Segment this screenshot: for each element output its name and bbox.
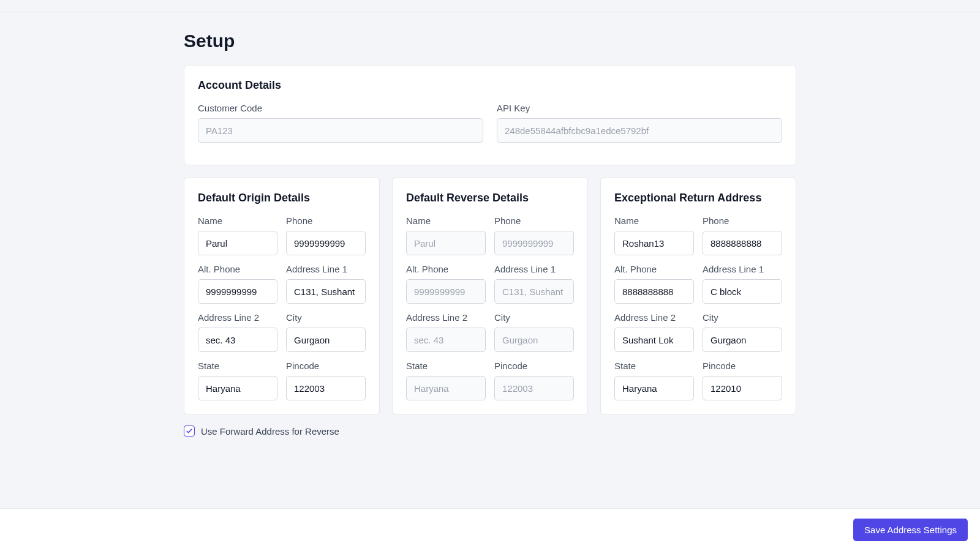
reverse-details-card: Default Reverse Details Name Phone Alt. … <box>392 178 588 414</box>
reverse-name-input <box>406 231 486 255</box>
exception-state-label: State <box>614 361 694 371</box>
exception-city-input[interactable] <box>703 328 782 352</box>
reverse-phone-input <box>494 231 574 255</box>
exception-pincode-input[interactable] <box>703 376 782 400</box>
exception-addr2-input[interactable] <box>614 328 694 352</box>
origin-phone-label: Phone <box>286 216 366 226</box>
exception-return-title: Exceptional Return Address <box>614 192 782 204</box>
origin-alt-phone-input[interactable] <box>198 279 277 304</box>
customer-code-label: Customer Code <box>198 103 483 113</box>
reverse-addr1-input <box>494 279 574 304</box>
reverse-addr2-input <box>406 328 486 352</box>
origin-state-label: State <box>198 361 277 371</box>
reverse-state-label: State <box>406 361 486 371</box>
exception-alt-phone-label: Alt. Phone <box>614 264 694 274</box>
account-details-card: Account Details Customer Code API Key <box>184 65 796 165</box>
use-forward-checkbox-label: Use Forward Address for Reverse <box>201 426 339 437</box>
origin-name-label: Name <box>198 216 277 226</box>
exception-alt-phone-input[interactable] <box>614 279 694 304</box>
footer-bar: Save Address Settings <box>0 508 980 551</box>
exception-state-input[interactable] <box>614 376 694 400</box>
origin-addr1-label: Address Line 1 <box>286 264 366 274</box>
reverse-name-label: Name <box>406 216 486 226</box>
reverse-state-input <box>406 376 486 400</box>
exception-addr1-input[interactable] <box>703 279 782 304</box>
origin-phone-input[interactable] <box>286 231 366 255</box>
reverse-alt-phone-input <box>406 279 486 304</box>
exception-name-input[interactable] <box>614 231 694 255</box>
top-divider <box>0 0 980 12</box>
exception-phone-input[interactable] <box>703 231 782 255</box>
api-key-input <box>497 118 782 143</box>
origin-pincode-label: Pincode <box>286 361 366 371</box>
exception-phone-label: Phone <box>703 216 782 226</box>
origin-addr1-input[interactable] <box>286 279 366 304</box>
reverse-city-label: City <box>494 312 574 323</box>
origin-alt-phone-label: Alt. Phone <box>198 264 277 274</box>
exception-name-label: Name <box>614 216 694 226</box>
origin-state-input[interactable] <box>198 376 277 400</box>
exception-return-card: Exceptional Return Address Name Phone Al… <box>600 178 796 414</box>
origin-pincode-input[interactable] <box>286 376 366 400</box>
reverse-phone-label: Phone <box>494 216 574 226</box>
account-details-title: Account Details <box>198 79 782 92</box>
reverse-pincode-label: Pincode <box>494 361 574 371</box>
reverse-city-input <box>494 328 574 352</box>
reverse-details-title: Default Reverse Details <box>406 192 574 204</box>
check-icon <box>186 427 193 435</box>
api-key-label: API Key <box>497 103 782 113</box>
save-address-settings-button[interactable]: Save Address Settings <box>853 519 968 541</box>
reverse-addr2-label: Address Line 2 <box>406 312 486 323</box>
origin-addr2-input[interactable] <box>198 328 277 352</box>
exception-pincode-label: Pincode <box>703 361 782 371</box>
use-forward-checkbox[interactable] <box>184 425 195 437</box>
exception-addr1-label: Address Line 1 <box>703 264 782 274</box>
reverse-pincode-input <box>494 376 574 400</box>
reverse-addr1-label: Address Line 1 <box>494 264 574 274</box>
exception-addr2-label: Address Line 2 <box>614 312 694 323</box>
page-title: Setup <box>184 31 796 51</box>
exception-city-label: City <box>703 312 782 323</box>
origin-details-title: Default Origin Details <box>198 192 366 204</box>
origin-details-card: Default Origin Details Name Phone Alt. P… <box>184 178 380 414</box>
origin-name-input[interactable] <box>198 231 277 255</box>
origin-city-input[interactable] <box>286 328 366 352</box>
origin-addr2-label: Address Line 2 <box>198 312 277 323</box>
customer-code-input <box>198 118 483 143</box>
reverse-alt-phone-label: Alt. Phone <box>406 264 486 274</box>
origin-city-label: City <box>286 312 366 323</box>
